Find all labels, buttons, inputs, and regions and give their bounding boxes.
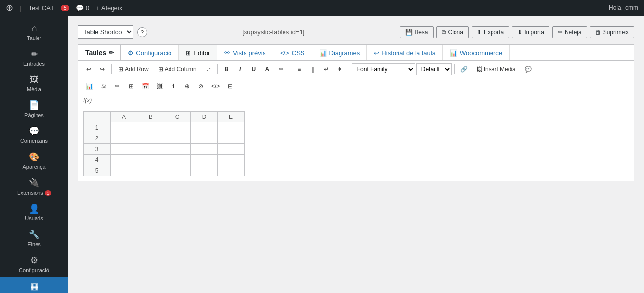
balance-button[interactable]: ⚖ — [97, 80, 110, 93]
suprimeix-button[interactable]: 🗑 Suprimeix — [590, 26, 634, 38]
tab-configuracio[interactable]: ⚙ Configuració — [121, 45, 179, 60]
info-button[interactable]: ℹ — [167, 80, 180, 93]
cell-2d[interactable] — [191, 133, 218, 144]
cell-5c[interactable] — [164, 165, 191, 176]
cell-1c[interactable] — [164, 122, 191, 133]
exporta-button[interactable]: ⬆ Exporta — [472, 26, 509, 38]
link-button[interactable]: 🔗 — [457, 63, 471, 76]
table-button[interactable]: ⊞ — [125, 80, 137, 93]
italic-button[interactable]: I — [234, 63, 246, 76]
calendar-button[interactable]: 📅 — [138, 80, 152, 93]
transfer-button[interactable]: ⇌ — [202, 63, 215, 76]
table2-button[interactable]: ⊟ — [224, 80, 237, 93]
col-header-d: D — [191, 112, 218, 122]
currency-button[interactable]: € — [334, 63, 346, 76]
tab-historial[interactable]: ↩ Historial de la taula — [367, 45, 443, 60]
tab-vista-previa[interactable]: 👁 Vista prèvia — [217, 45, 273, 60]
tab-woocommerce[interactable]: 📊 Woocommerce — [443, 45, 510, 60]
desa-button[interactable]: 💾 Desa — [400, 26, 434, 38]
pages-icon: 📄 — [29, 100, 39, 111]
editor-tab-icon: ⊞ — [186, 49, 191, 57]
bold-button[interactable]: B — [220, 63, 233, 76]
charts-tab-label: Diagrames — [329, 49, 360, 57]
vertical-align-button[interactable]: ‖ — [306, 63, 319, 76]
add-row-button[interactable]: ⊞ Add Row — [114, 63, 153, 76]
comments-icon[interactable]: 💬 0 — [76, 4, 89, 12]
cell-3b[interactable] — [137, 144, 164, 155]
insert-media-button[interactable]: 🖼 Insert Media — [472, 63, 520, 76]
comments-icon: 💬 — [29, 126, 39, 137]
underline-button[interactable]: U — [247, 63, 260, 76]
config-tab-icon: ⚙ — [128, 49, 133, 57]
edit-cell-button[interactable]: ✏ — [111, 80, 124, 93]
cell-4b[interactable] — [137, 155, 164, 165]
clona-button[interactable]: ⧉ Clona — [436, 26, 469, 38]
row-num-4: 4 — [84, 155, 111, 165]
expand-button[interactable]: ⊕ — [181, 80, 193, 93]
font-family-select[interactable]: Font Family — [352, 63, 415, 75]
settings-icon: ⚙ — [30, 255, 38, 266]
row-num-2: 2 — [84, 133, 111, 144]
cell-1d[interactable] — [191, 122, 218, 133]
sidebar-item-eines[interactable]: 🔧 Eines — [0, 225, 68, 251]
chart-button[interactable]: 📊 — [82, 80, 96, 93]
cell-1e[interactable] — [218, 122, 245, 133]
cell-5b[interactable] — [137, 165, 164, 176]
cell-4c[interactable] — [164, 155, 191, 165]
tab-diagrames[interactable]: 📊 Diagrames — [312, 45, 367, 60]
cell-4a[interactable] — [111, 155, 137, 165]
redo-button[interactable]: ↪ — [96, 63, 109, 76]
new-item-btn[interactable]: + Afegeix — [96, 4, 122, 12]
image-button[interactable]: 🖼 — [153, 80, 166, 93]
cell-3d[interactable] — [191, 144, 218, 155]
sidebar-item-tables[interactable]: ▦ Tables by Supsystic — [0, 277, 68, 293]
cell-4d[interactable] — [191, 155, 218, 165]
wp-logo-icon: ⊕ — [6, 2, 13, 13]
table-row: 2 — [84, 133, 245, 144]
cell-5e[interactable] — [218, 165, 245, 176]
sidebar-item-aparenca[interactable]: 🎨 Aparença — [0, 148, 68, 174]
admin-bar: ⊕ | Test CAT 5 💬 0 + Afegeix Hola, jcmm — [0, 0, 644, 16]
block-button[interactable]: ⊘ — [194, 80, 207, 93]
add-column-button[interactable]: ⊞ Add Column — [154, 63, 201, 76]
code-button[interactable]: </> — [208, 80, 223, 93]
cell-4e[interactable] — [218, 155, 245, 165]
sidebar-item-entrades[interactable]: ✏ Entrades — [0, 45, 68, 71]
sidebar-label-entrades: Entrades — [23, 61, 45, 67]
importa-button[interactable]: ⬇ Importa — [512, 26, 549, 38]
cell-2b[interactable] — [137, 133, 164, 144]
cell-5a[interactable] — [111, 165, 137, 176]
updates-badge[interactable]: 5 — [61, 5, 70, 11]
sidebar-item-extensions[interactable]: 🔌 Extensions 1 — [0, 174, 68, 199]
help-icon[interactable]: ? — [137, 27, 147, 37]
cell-2a[interactable] — [111, 133, 137, 144]
wrap-button[interactable]: ↵ — [320, 63, 333, 76]
col-header-e: E — [218, 112, 245, 122]
cell-1a[interactable] — [111, 122, 137, 133]
cell-2c[interactable] — [164, 133, 191, 144]
cell-1b[interactable] — [137, 122, 164, 133]
cell-5d[interactable] — [191, 165, 218, 176]
neteja-button[interactable]: ✏ Neteja — [552, 26, 587, 38]
home-icon: ⌂ — [32, 23, 37, 34]
font-size-select[interactable]: Default — [416, 63, 452, 75]
sidebar-item-comentaris[interactable]: 💬 Comentaris — [0, 122, 68, 148]
sidebar-item-pagines[interactable]: 📄 Pàgines — [0, 96, 68, 122]
align-button[interactable]: ≡ — [293, 63, 305, 76]
undo-button[interactable]: ↩ — [82, 63, 95, 76]
comment-button[interactable]: 💬 — [521, 63, 535, 76]
cell-3c[interactable] — [164, 144, 191, 155]
tab-editor[interactable]: ⊞ Editor — [179, 45, 217, 60]
sidebar-item-media[interactable]: 🖼 Mèdia — [0, 71, 68, 96]
cell-2e[interactable] — [218, 133, 245, 144]
sidebar-item-usuaris[interactable]: 👤 Usuaris — [0, 199, 68, 225]
sidebar-item-tauler[interactable]: ⌂ Tauler — [0, 20, 68, 45]
text-color-button[interactable]: A — [261, 63, 274, 76]
table-selector[interactable]: Table Shortco — [78, 25, 133, 39]
site-name[interactable]: Test CAT — [28, 4, 54, 12]
cell-3e[interactable] — [218, 144, 245, 155]
highlight-button[interactable]: ✏ — [275, 63, 287, 76]
tab-css[interactable]: </> CSS — [273, 45, 312, 60]
cell-3a[interactable] — [111, 144, 137, 155]
sidebar-item-configuracio[interactable]: ⚙ Configuració — [0, 251, 68, 277]
